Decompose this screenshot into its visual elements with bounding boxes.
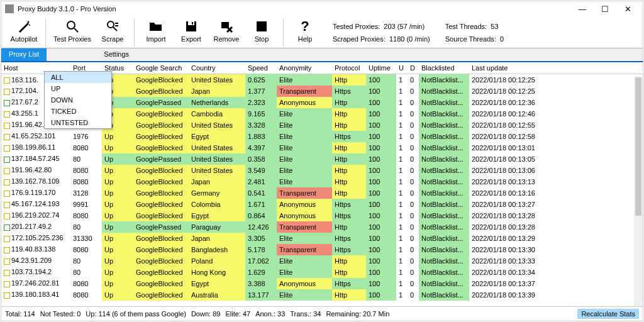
row-checkbox[interactable] [4, 157, 10, 163]
help-button[interactable]: ? Help [287, 18, 323, 45]
test-proxies-button[interactable]: Test Proxies [50, 18, 95, 45]
table-row[interactable]: 41.65.252.1011976UpGoogleBlockedEgypt1.8… [1, 131, 643, 142]
table-row[interactable]: 139.162.78.1098080UpGoogleBlockedJapan2.… [1, 176, 643, 187]
stop-label: Stop [255, 35, 269, 43]
row-checkbox[interactable] [4, 111, 10, 118]
table-row[interactable]: 196.219.202.748080UpGoogleBlockedEgypt0.… [1, 210, 643, 221]
col-d[interactable]: D [408, 62, 419, 74]
row-checkbox[interactable] [4, 247, 10, 253]
col-speed[interactable]: Speed [245, 62, 277, 74]
col-protocol[interactable]: Protocol [332, 62, 366, 74]
maximize-button[interactable]: ☐ [594, 4, 616, 14]
cell-u: 1 [396, 199, 408, 210]
scrape-button[interactable]: Scrape [95, 18, 130, 45]
cell-google: GoogleBlocked [133, 289, 189, 301]
tab-proxy-list[interactable]: Proxy List [1, 48, 47, 61]
row-checkbox[interactable] [4, 77, 10, 84]
cell-blacklisted: NotBlacklist... [419, 165, 469, 176]
cell-host: 172.105.225.236 [11, 234, 64, 242]
col-anonymity[interactable]: Anonymity [277, 62, 332, 74]
filter-all[interactable]: ALL [45, 72, 111, 83]
stop-button[interactable]: Stop [244, 18, 279, 45]
cell-google: GoogleBlocked [133, 233, 189, 244]
table-row[interactable]: 45.167.124.1939991UpGoogleBlockedColombi… [1, 199, 643, 210]
cell-country: Germany [189, 187, 245, 199]
test-label: Test Proxies [53, 35, 91, 43]
col-google[interactable]: Google Search [133, 62, 189, 74]
table-row[interactable]: 198.199.86.118080UpGoogleBlockedUnited S… [1, 142, 643, 153]
table-row[interactable]: 197.246.202.818080UpGoogleBlockedEgypt3.… [1, 278, 643, 289]
table-row[interactable]: 172.105.225.23631330UpGoogleBlockedJapan… [1, 233, 643, 244]
cell-blacklisted: NotBlacklist... [419, 176, 469, 187]
scrollbar-thumb[interactable] [635, 77, 641, 216]
import-button[interactable]: Import [138, 18, 174, 45]
cell-protocol: Http [332, 176, 366, 187]
minimize-button[interactable]: — [571, 4, 594, 14]
row-checkbox[interactable] [4, 123, 10, 129]
row-checkbox[interactable] [4, 281, 10, 287]
cell-lastupdate: 2022/01/18 00:13:05 [469, 153, 643, 165]
vertical-scrollbar[interactable] [634, 76, 643, 306]
cell-anonymity: Elite [277, 289, 332, 301]
col-u[interactable]: U [396, 62, 408, 74]
col-uptime[interactable]: Uptime [366, 62, 396, 74]
cell-google: GooglePassed [133, 221, 189, 233]
remove-button[interactable]: Remove [209, 18, 244, 45]
row-checkbox[interactable] [4, 168, 10, 174]
recalculate-button[interactable]: Recalculate Stats [577, 309, 639, 319]
cell-u: 1 [396, 210, 408, 221]
cell-protocol: Https [332, 199, 366, 210]
filter-ticked[interactable]: TICKED [45, 106, 111, 117]
row-checkbox[interactable] [4, 202, 10, 208]
cell-status: Up [102, 176, 133, 187]
titlebar: Proxy Buddy 3.1.0 - Pro Version — ☐ ✕ [1, 1, 643, 16]
row-checkbox[interactable] [4, 191, 10, 197]
cell-status: Up [102, 289, 133, 301]
row-checkbox[interactable] [4, 145, 10, 152]
row-checkbox[interactable] [4, 179, 10, 186]
table-row[interactable]: 201.217.49.280UpGooglePassedParaguay12.4… [1, 221, 643, 233]
filter-up[interactable]: UP [45, 83, 111, 94]
cell-speed: 0.358 [245, 153, 277, 165]
cell-country: Egypt [189, 278, 245, 289]
table-row[interactable]: 176.9.119.1703128UpGoogleBlockedGermany0… [1, 187, 643, 199]
row-checkbox[interactable] [4, 100, 10, 106]
col-lastupdate[interactable]: Last update [469, 62, 643, 74]
cell-google: GoogleBlocked [133, 199, 189, 210]
table-row[interactable]: 139.180.183.418080UpGoogleBlockedAustral… [1, 289, 643, 301]
row-checkbox[interactable] [4, 236, 10, 242]
autopilot-button[interactable]: Autopilot [6, 18, 42, 45]
table-row[interactable]: 137.184.57.24580UpGooglePassedUnited Sta… [1, 153, 643, 165]
cell-speed: 1.671 [245, 199, 277, 210]
cell-host: 217.67.2 [11, 98, 38, 106]
filter-down[interactable]: DOWN [45, 94, 111, 106]
row-checkbox[interactable] [4, 292, 10, 299]
row-checkbox[interactable] [4, 258, 10, 265]
cell-port: 31330 [70, 233, 102, 244]
col-blacklisted[interactable]: Blacklisted [419, 62, 469, 74]
close-button[interactable]: ✕ [616, 4, 639, 14]
cell-blacklisted: NotBlacklist... [419, 255, 469, 267]
row-checkbox[interactable] [4, 213, 10, 219]
cell-anonymity: Anonymous [277, 278, 332, 289]
cell-uptime: 100 [366, 153, 396, 165]
filter-untested[interactable]: UNTESTED [45, 117, 111, 128]
row-checkbox[interactable] [4, 89, 10, 95]
cell-host: 45.167.124.193 [11, 200, 59, 208]
row-checkbox[interactable] [4, 270, 10, 276]
tab-settings[interactable]: Settings [96, 48, 136, 61]
table-row[interactable]: 103.73.194.280UpGoogleBlockedHong Kong1.… [1, 267, 643, 278]
cell-blacklisted: NotBlacklist... [419, 119, 469, 131]
cell-u: 1 [396, 97, 408, 108]
table-row[interactable]: 191.96.42.808080UpGoogleBlockedUnited St… [1, 165, 643, 176]
cell-port: 8080 [70, 142, 102, 153]
cell-d: 0 [408, 108, 419, 119]
col-country[interactable]: Country [189, 62, 245, 74]
cell-google: GoogleBlocked [133, 74, 189, 86]
table-row[interactable]: 94.23.91.20980UpGoogleBlockedPoland17.06… [1, 255, 643, 267]
table-row[interactable]: 119.40.83.1388080UpGoogleBlockedBanglade… [1, 244, 643, 255]
row-checkbox[interactable] [4, 225, 10, 231]
export-button[interactable]: Export [174, 18, 209, 45]
row-checkbox[interactable] [4, 134, 10, 140]
cell-u: 1 [396, 255, 408, 267]
